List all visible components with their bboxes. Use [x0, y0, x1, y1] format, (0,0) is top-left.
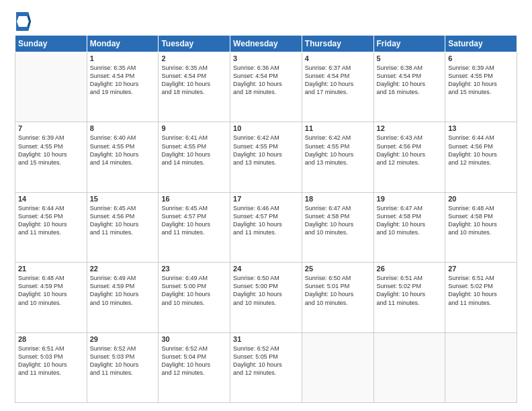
calendar-day-cell: 7Sunrise: 6:39 AM Sunset: 4:55 PM Daylig…	[15, 122, 87, 192]
calendar-day-cell: 12Sunrise: 6:43 AM Sunset: 4:56 PM Dayli…	[373, 122, 445, 192]
calendar-table: SundayMondayTuesdayWednesdayThursdayFrid…	[15, 35, 517, 403]
calendar-day-cell: 11Sunrise: 6:42 AM Sunset: 4:55 PM Dayli…	[302, 122, 373, 192]
day-number: 16	[161, 195, 227, 203]
calendar-week-row: 21Sunrise: 6:48 AM Sunset: 4:59 PM Dayli…	[15, 263, 517, 332]
day-number: 25	[305, 265, 371, 273]
day-info: Sunrise: 6:52 AM Sunset: 5:03 PM Dayligh…	[90, 345, 156, 377]
calendar-day-cell: 22Sunrise: 6:49 AM Sunset: 4:59 PM Dayli…	[87, 263, 159, 332]
day-number: 20	[448, 195, 514, 203]
day-info: Sunrise: 6:51 AM Sunset: 5:02 PM Dayligh…	[448, 274, 514, 307]
day-info: Sunrise: 6:43 AM Sunset: 4:56 PM Dayligh…	[377, 134, 443, 167]
calendar-day-cell: 27Sunrise: 6:51 AM Sunset: 5:02 PM Dayli…	[445, 263, 517, 332]
calendar-day-cell: 24Sunrise: 6:50 AM Sunset: 5:00 PM Dayli…	[230, 263, 302, 332]
day-info: Sunrise: 6:44 AM Sunset: 4:56 PM Dayligh…	[448, 134, 514, 167]
day-number: 13	[448, 124, 514, 132]
calendar-day-cell	[373, 332, 445, 402]
calendar-day-cell: 20Sunrise: 6:48 AM Sunset: 4:58 PM Dayli…	[445, 192, 517, 262]
day-number: 3	[233, 54, 299, 62]
weekday-header-cell: Wednesday	[230, 36, 302, 52]
day-number: 30	[161, 335, 227, 343]
weekday-header-row: SundayMondayTuesdayWednesdayThursdayFrid…	[15, 36, 517, 52]
day-info: Sunrise: 6:51 AM Sunset: 5:03 PM Dayligh…	[18, 345, 84, 377]
calendar-day-cell: 15Sunrise: 6:45 AM Sunset: 4:56 PM Dayli…	[87, 192, 159, 262]
logo-icon	[16, 12, 31, 31]
day-info: Sunrise: 6:45 AM Sunset: 4:57 PM Dayligh…	[161, 204, 227, 237]
day-number: 23	[161, 265, 227, 273]
day-info: Sunrise: 6:50 AM Sunset: 5:01 PM Dayligh…	[305, 274, 371, 307]
day-number: 17	[233, 195, 299, 203]
day-info: Sunrise: 6:44 AM Sunset: 4:56 PM Dayligh…	[18, 204, 84, 237]
calendar-day-cell: 3Sunrise: 6:36 AM Sunset: 4:54 PM Daylig…	[230, 52, 302, 122]
calendar-day-cell: 1Sunrise: 6:35 AM Sunset: 4:54 PM Daylig…	[87, 52, 159, 122]
day-info: Sunrise: 6:42 AM Sunset: 4:55 PM Dayligh…	[305, 134, 371, 167]
calendar-day-cell: 29Sunrise: 6:52 AM Sunset: 5:03 PM Dayli…	[87, 332, 159, 402]
day-info: Sunrise: 6:47 AM Sunset: 4:58 PM Dayligh…	[305, 204, 371, 237]
calendar-day-cell: 10Sunrise: 6:42 AM Sunset: 4:55 PM Dayli…	[230, 122, 302, 192]
day-number: 7	[18, 124, 84, 132]
day-number: 22	[90, 265, 156, 273]
calendar-body: 1Sunrise: 6:35 AM Sunset: 4:54 PM Daylig…	[15, 52, 517, 403]
day-number: 9	[161, 124, 227, 132]
day-number: 4	[305, 54, 371, 62]
day-number: 29	[90, 335, 156, 343]
calendar-week-row: 7Sunrise: 6:39 AM Sunset: 4:55 PM Daylig…	[15, 122, 517, 192]
day-info: Sunrise: 6:35 AM Sunset: 4:54 PM Dayligh…	[90, 64, 156, 97]
weekday-header-cell: Friday	[373, 36, 445, 52]
day-number: 8	[90, 124, 156, 132]
day-number: 31	[233, 335, 299, 343]
calendar-day-cell: 5Sunrise: 6:38 AM Sunset: 4:54 PM Daylig…	[373, 52, 445, 122]
day-info: Sunrise: 6:39 AM Sunset: 4:55 PM Dayligh…	[18, 134, 84, 167]
calendar-day-cell: 26Sunrise: 6:51 AM Sunset: 5:02 PM Dayli…	[373, 263, 445, 332]
weekday-header-cell: Tuesday	[159, 36, 230, 52]
day-info: Sunrise: 6:36 AM Sunset: 4:54 PM Dayligh…	[233, 64, 299, 97]
calendar-day-cell: 8Sunrise: 6:40 AM Sunset: 4:55 PM Daylig…	[87, 122, 159, 192]
day-number: 15	[90, 195, 156, 203]
svg-marker-2	[17, 16, 29, 27]
calendar-day-cell: 6Sunrise: 6:39 AM Sunset: 4:55 PM Daylig…	[445, 52, 517, 122]
calendar-day-cell: 4Sunrise: 6:37 AM Sunset: 4:54 PM Daylig…	[302, 52, 373, 122]
day-number: 5	[377, 54, 443, 62]
day-info: Sunrise: 6:52 AM Sunset: 5:04 PM Dayligh…	[161, 345, 227, 377]
day-info: Sunrise: 6:42 AM Sunset: 4:55 PM Dayligh…	[233, 134, 299, 167]
day-number: 14	[18, 195, 84, 203]
calendar-day-cell: 14Sunrise: 6:44 AM Sunset: 4:56 PM Dayli…	[15, 192, 87, 262]
weekday-header-cell: Thursday	[302, 36, 373, 52]
day-number: 21	[18, 265, 84, 273]
day-info: Sunrise: 6:40 AM Sunset: 4:55 PM Dayligh…	[90, 134, 156, 167]
day-number: 27	[448, 265, 514, 273]
calendar-day-cell: 23Sunrise: 6:49 AM Sunset: 5:00 PM Dayli…	[159, 263, 230, 332]
day-number: 10	[233, 124, 299, 132]
day-info: Sunrise: 6:35 AM Sunset: 4:54 PM Dayligh…	[161, 64, 227, 97]
day-info: Sunrise: 6:38 AM Sunset: 4:54 PM Dayligh…	[377, 64, 443, 97]
calendar-week-row: 14Sunrise: 6:44 AM Sunset: 4:56 PM Dayli…	[15, 192, 517, 262]
weekday-header-cell: Saturday	[445, 36, 517, 52]
logo	[15, 12, 31, 31]
day-info: Sunrise: 6:49 AM Sunset: 4:59 PM Dayligh…	[90, 274, 156, 307]
day-info: Sunrise: 6:48 AM Sunset: 4:59 PM Dayligh…	[18, 274, 84, 307]
day-info: Sunrise: 6:48 AM Sunset: 4:58 PM Dayligh…	[448, 204, 514, 237]
calendar-day-cell	[302, 332, 373, 402]
day-number: 28	[18, 335, 84, 343]
calendar-day-cell	[445, 332, 517, 402]
day-info: Sunrise: 6:45 AM Sunset: 4:56 PM Dayligh…	[90, 204, 156, 237]
day-info: Sunrise: 6:39 AM Sunset: 4:55 PM Dayligh…	[448, 64, 514, 97]
calendar-week-row: 1Sunrise: 6:35 AM Sunset: 4:54 PM Daylig…	[15, 52, 517, 122]
weekday-header-cell: Monday	[87, 36, 159, 52]
day-info: Sunrise: 6:49 AM Sunset: 5:00 PM Dayligh…	[161, 274, 227, 307]
day-number: 24	[233, 265, 299, 273]
day-info: Sunrise: 6:46 AM Sunset: 4:57 PM Dayligh…	[233, 204, 299, 237]
day-info: Sunrise: 6:47 AM Sunset: 4:58 PM Dayligh…	[377, 204, 443, 237]
calendar-day-cell: 13Sunrise: 6:44 AM Sunset: 4:56 PM Dayli…	[445, 122, 517, 192]
calendar-day-cell: 2Sunrise: 6:35 AM Sunset: 4:54 PM Daylig…	[159, 52, 230, 122]
day-number: 26	[377, 265, 443, 273]
calendar-day-cell: 31Sunrise: 6:52 AM Sunset: 5:05 PM Dayli…	[230, 332, 302, 402]
calendar-day-cell: 19Sunrise: 6:47 AM Sunset: 4:58 PM Dayli…	[373, 192, 445, 262]
calendar-week-row: 28Sunrise: 6:51 AM Sunset: 5:03 PM Dayli…	[15, 332, 517, 402]
calendar-day-cell: 28Sunrise: 6:51 AM Sunset: 5:03 PM Dayli…	[15, 332, 87, 402]
calendar-day-cell: 17Sunrise: 6:46 AM Sunset: 4:57 PM Dayli…	[230, 192, 302, 262]
day-number: 1	[90, 54, 156, 62]
day-number: 18	[305, 195, 371, 203]
day-number: 2	[161, 54, 227, 62]
calendar-day-cell: 16Sunrise: 6:45 AM Sunset: 4:57 PM Dayli…	[159, 192, 230, 262]
day-number: 12	[377, 124, 443, 132]
